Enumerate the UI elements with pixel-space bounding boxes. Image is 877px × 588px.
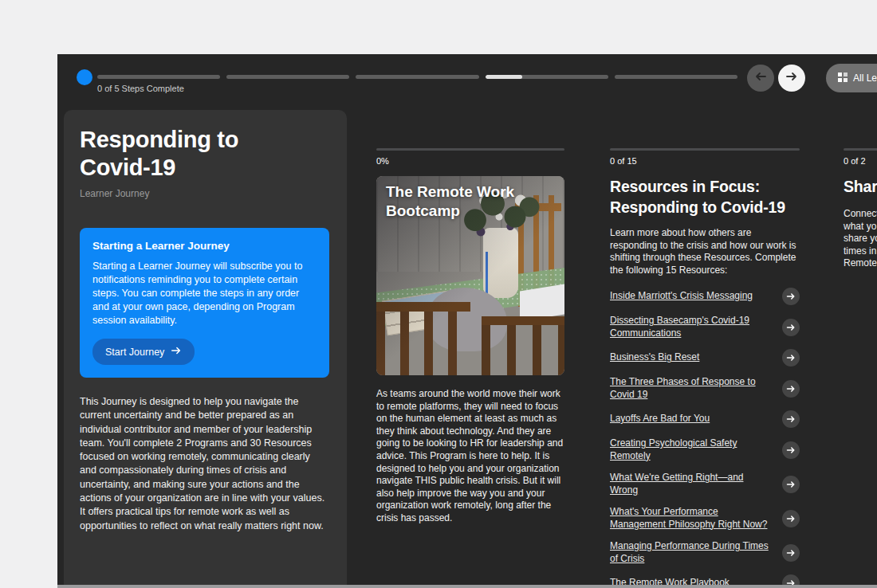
step-segment-fill xyxy=(486,75,522,79)
resource-open-button[interactable] xyxy=(782,510,800,527)
resource-link[interactable]: Dissecting Basecamp's Covid-19 Communica… xyxy=(610,315,773,339)
top-progress-bar: 0 of 5 Steps Complete All Learn xyxy=(57,54,877,110)
resource-link[interactable]: Business's Big Reset xyxy=(610,351,699,364)
share-description-line: share yo xyxy=(844,233,877,245)
journey-subtitle: Learner Journey xyxy=(80,188,329,199)
arrow-left-icon xyxy=(754,70,767,86)
resources-step-title: Resources in Focus: Responding to Covid-… xyxy=(610,176,800,218)
resource-row: What's Your Performance Management Philo… xyxy=(610,506,800,531)
resources-step-column: 0 of 15 Resources in Focus: Responding t… xyxy=(610,148,800,588)
journey-title: Responding to Covid-19 xyxy=(80,126,275,182)
program-step-column: 0% The Remote Work Bootcamp As teams aro… xyxy=(376,148,564,525)
program-card[interactable]: The Remote Work Bootcamp xyxy=(376,176,564,375)
resource-open-button[interactable] xyxy=(782,380,800,398)
step-progress-segments xyxy=(97,75,737,79)
resource-row: The Three Phases of Response to Covid 19 xyxy=(610,376,800,401)
share-progress-label: 0 of 2 xyxy=(844,156,877,166)
journey-window: 0 of 5 Steps Complete All Learn Respondi xyxy=(57,54,877,588)
step-segment-1 xyxy=(97,75,220,79)
resource-open-button[interactable] xyxy=(782,410,800,428)
resource-link[interactable]: Managing Performance During Times of Cri… xyxy=(610,540,773,565)
resource-list: Inside Marriott's Crisis Messaging Disse… xyxy=(610,288,800,588)
start-journey-button[interactable]: Start Journey xyxy=(92,339,195,365)
share-description-line: Remote xyxy=(844,257,877,270)
journey-overview-panel: Responding to Covid-19 Learner Journey S… xyxy=(64,110,347,585)
resource-link[interactable]: Inside Marriott's Crisis Messaging xyxy=(610,290,753,303)
resource-row: Dissecting Basecamp's Covid-19 Communica… xyxy=(610,315,800,339)
resources-step-description: Learn more about how others are respondi… xyxy=(610,227,800,276)
share-description-line: what yo xyxy=(844,221,877,233)
resource-row: What We're Getting Right—and Wrong xyxy=(610,472,800,496)
resource-row: Creating Psychological Safety Remotely xyxy=(610,437,800,462)
program-card-title: The Remote Work Bootcamp xyxy=(386,182,537,221)
start-card-body: Starting a Learner Journey will subscrib… xyxy=(92,260,317,327)
resource-row: Business's Big Reset xyxy=(610,349,800,367)
resource-link[interactable]: What's Your Performance Management Philo… xyxy=(610,506,773,531)
resource-row: Layoffs Are Bad for You xyxy=(610,410,800,428)
arrow-right-icon xyxy=(785,70,798,86)
steps-complete-label: 0 of 5 Steps Complete xyxy=(97,84,184,93)
horizontal-scrollbar[interactable] xyxy=(57,585,877,588)
step-segment-3 xyxy=(356,75,478,79)
step-segment-2 xyxy=(226,75,349,79)
program-progress-track xyxy=(376,148,564,151)
resource-link[interactable]: What We're Getting Right—and Wrong xyxy=(610,472,773,496)
next-step-button[interactable] xyxy=(778,65,805,92)
journey-description: This Journey is designed to help you nav… xyxy=(80,395,329,533)
resource-open-button[interactable] xyxy=(782,319,800,336)
share-step-description: Connect what yo share yo times in Remote xyxy=(844,208,877,270)
resource-open-button[interactable] xyxy=(782,288,800,305)
resource-open-button[interactable] xyxy=(782,441,800,459)
resources-progress-track xyxy=(610,148,800,151)
program-progress-label: 0% xyxy=(376,156,564,166)
share-progress-track xyxy=(844,148,877,151)
start-card-heading: Starting a Learner Journey xyxy=(92,240,317,252)
step-segment-4 xyxy=(486,75,608,79)
resources-progress-label: 0 of 15 xyxy=(610,156,800,166)
share-description-line: Connect xyxy=(844,208,877,221)
previous-step-button[interactable] xyxy=(747,65,774,92)
share-step-column: 0 of 2 Share Connect what yo share yo ti… xyxy=(844,148,877,270)
all-learning-button[interactable]: All Learn xyxy=(826,64,877,92)
start-journey-button-label: Start Journey xyxy=(105,347,164,358)
resource-row: Managing Performance During Times of Cri… xyxy=(610,540,800,565)
arrow-right-icon xyxy=(171,345,182,359)
journey-step-dot xyxy=(77,69,92,85)
start-journey-card: Starting a Learner Journey Starting a Le… xyxy=(80,228,329,378)
program-description: As teams around the world move their wor… xyxy=(376,388,564,525)
grid-icon xyxy=(838,73,848,84)
share-step-title: Share xyxy=(844,176,877,197)
resource-link[interactable]: Layoffs Are Bad for You xyxy=(610,413,710,425)
resource-open-button[interactable] xyxy=(782,476,800,493)
share-description-line: times in xyxy=(844,245,877,258)
all-learning-label: All Learn xyxy=(853,73,877,84)
resource-open-button[interactable] xyxy=(782,544,800,562)
step-segment-5 xyxy=(615,75,737,79)
resource-link[interactable]: Creating Psychological Safety Remotely xyxy=(610,437,773,462)
resource-open-button[interactable] xyxy=(782,349,800,367)
resource-link[interactable]: The Three Phases of Response to Covid 19 xyxy=(610,376,773,401)
resource-row: Inside Marriott's Crisis Messaging xyxy=(610,288,800,305)
page-background: 0 of 5 Steps Complete All Learn Respondi xyxy=(0,0,877,588)
